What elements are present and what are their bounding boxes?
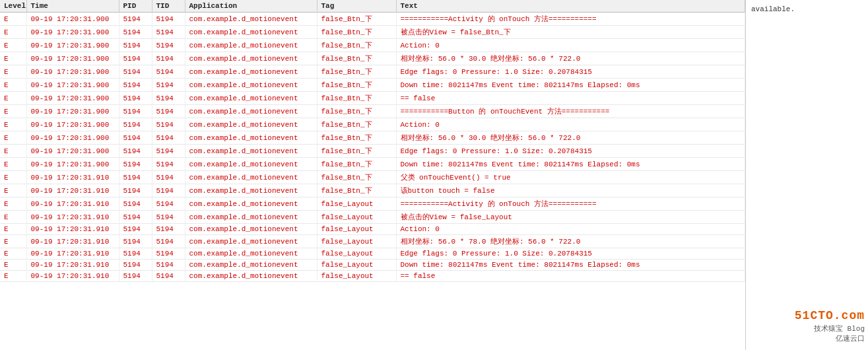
cell-text: Down time: 8021147ms Event time: 8021147…: [396, 260, 745, 271]
cell-tid: 5194: [152, 52, 185, 65]
table-row[interactable]: E09-19 17:20:31.91051945194com.example.d…: [0, 197, 745, 211]
cell-pid: 5194: [119, 118, 152, 131]
table-row[interactable]: E09-19 17:20:31.91051945194com.example.d…: [0, 184, 745, 197]
cell-time: 09-19 17:20:31.900: [26, 118, 119, 131]
cell-app: com.example.d_motionevent: [185, 52, 317, 65]
cell-app: com.example.d_motionevent: [185, 79, 317, 92]
cell-tag: false_Layout: [317, 271, 396, 282]
cell-text: Action: 0: [396, 224, 745, 235]
cell-app: com.example.d_motionevent: [185, 131, 317, 145]
table-header-row: Level Time PID TID Application Tag Text: [0, 0, 745, 13]
cell-pid: 5194: [119, 248, 152, 260]
watermark: 51CTO.com 技术猿宝 Blog 亿速云口: [795, 309, 865, 343]
table-row[interactable]: E09-19 17:20:31.90051945194com.example.d…: [0, 39, 745, 52]
cell-tag: false_Btn_下: [317, 145, 396, 158]
cell-app: com.example.d_motionevent: [185, 39, 317, 52]
cell-text: == false: [396, 271, 745, 282]
cell-level: E: [0, 211, 26, 224]
cell-tag: false_Btn_下: [317, 131, 396, 145]
table-row[interactable]: E09-19 17:20:31.91051945194com.example.d…: [0, 260, 745, 271]
table-row[interactable]: E09-19 17:20:31.90051945194com.example.d…: [0, 26, 745, 39]
cell-tag: false_Btn_下: [317, 13, 396, 26]
cell-level: E: [0, 224, 26, 235]
cell-tag: false_Btn_下: [317, 39, 396, 52]
table-row[interactable]: E09-19 17:20:31.91051945194com.example.d…: [0, 235, 745, 248]
cell-pid: 5194: [119, 171, 152, 184]
cell-tid: 5194: [152, 79, 185, 92]
cell-time: 09-19 17:20:31.900: [26, 79, 119, 92]
table-row[interactable]: E09-19 17:20:31.90051945194com.example.d…: [0, 79, 745, 92]
table-row[interactable]: E09-19 17:20:31.90051945194com.example.d…: [0, 52, 745, 65]
cell-app: com.example.d_motionevent: [185, 158, 317, 171]
cell-app: com.example.d_motionevent: [185, 13, 317, 26]
col-header-tag: Tag: [317, 0, 396, 13]
cell-app: com.example.d_motionevent: [185, 118, 317, 131]
cell-tag: false_Btn_下: [317, 92, 396, 105]
cell-time: 09-19 17:20:31.900: [26, 145, 119, 158]
cell-app: com.example.d_motionevent: [185, 105, 317, 118]
cell-time: 09-19 17:20:31.910: [26, 171, 119, 184]
table-row[interactable]: E09-19 17:20:31.91051945194com.example.d…: [0, 211, 745, 224]
table-row[interactable]: E09-19 17:20:31.90051945194com.example.d…: [0, 13, 745, 26]
cell-level: E: [0, 271, 26, 282]
cell-tid: 5194: [152, 145, 185, 158]
cell-time: 09-19 17:20:31.910: [26, 211, 119, 224]
cell-text: 相对坐标: 56.0 * 30.0 绝对坐标: 56.0 * 722.0: [396, 52, 745, 65]
cell-tid: 5194: [152, 197, 185, 211]
cell-level: E: [0, 79, 26, 92]
side-panel: available. 51CTO.com 技术猿宝 Blog 亿速云口: [746, 0, 868, 350]
cell-tag: false_Btn_下: [317, 171, 396, 184]
table-row[interactable]: E09-19 17:20:31.91051945194com.example.d…: [0, 224, 745, 235]
table-row[interactable]: E09-19 17:20:31.90051945194com.example.d…: [0, 158, 745, 171]
cell-level: E: [0, 184, 26, 197]
table-row[interactable]: E09-19 17:20:31.91051945194com.example.d…: [0, 248, 745, 260]
cell-level: E: [0, 131, 26, 145]
table-row[interactable]: E09-19 17:20:31.91051945194com.example.d…: [0, 271, 745, 282]
cell-text: == false: [396, 92, 745, 105]
cell-text: ===========Activity 的 onTouch 方法========…: [396, 13, 745, 26]
table-row[interactable]: E09-19 17:20:31.90051945194com.example.d…: [0, 118, 745, 131]
cell-pid: 5194: [119, 271, 152, 282]
cell-level: E: [0, 52, 26, 65]
cell-text: ===========Button 的 onTouchEvent 方法=====…: [396, 105, 745, 118]
col-header-level: Level: [0, 0, 26, 13]
table-row[interactable]: E09-19 17:20:31.90051945194com.example.d…: [0, 145, 745, 158]
cell-time: 09-19 17:20:31.910: [26, 271, 119, 282]
cell-pid: 5194: [119, 39, 152, 52]
cell-pid: 5194: [119, 92, 152, 105]
table-row[interactable]: E09-19 17:20:31.90051945194com.example.d…: [0, 105, 745, 118]
cell-text: Edge flags: 0 Pressure: 1.0 Size: 0.2078…: [396, 145, 745, 158]
cell-text: Edge flags: 0 Pressure: 1.0 Size: 0.2078…: [396, 65, 745, 79]
cell-time: 09-19 17:20:31.910: [26, 248, 119, 260]
cell-tid: 5194: [152, 105, 185, 118]
cell-tid: 5194: [152, 171, 185, 184]
cell-time: 09-19 17:20:31.900: [26, 65, 119, 79]
cell-app: com.example.d_motionevent: [185, 65, 317, 79]
cell-app: com.example.d_motionevent: [185, 235, 317, 248]
cell-app: com.example.d_motionevent: [185, 145, 317, 158]
cell-pid: 5194: [119, 105, 152, 118]
cell-pid: 5194: [119, 79, 152, 92]
cell-pid: 5194: [119, 52, 152, 65]
log-table-panel[interactable]: Level Time PID TID Application Tag Text …: [0, 0, 746, 350]
cell-app: com.example.d_motionevent: [185, 260, 317, 271]
cell-tid: 5194: [152, 211, 185, 224]
table-row[interactable]: E09-19 17:20:31.90051945194com.example.d…: [0, 131, 745, 145]
cell-text: 父类 onTouchEvent() = true: [396, 171, 745, 184]
cell-app: com.example.d_motionevent: [185, 224, 317, 235]
table-row[interactable]: E09-19 17:20:31.90051945194com.example.d…: [0, 92, 745, 105]
cell-level: E: [0, 105, 26, 118]
cell-tag: false_Layout: [317, 235, 396, 248]
cell-tid: 5194: [152, 271, 185, 282]
col-header-pid: PID: [119, 0, 152, 13]
cell-app: com.example.d_motionevent: [185, 271, 317, 282]
cell-pid: 5194: [119, 158, 152, 171]
cell-tag: false_Btn_下: [317, 26, 396, 39]
cell-time: 09-19 17:20:31.900: [26, 92, 119, 105]
cell-pid: 5194: [119, 197, 152, 211]
table-row[interactable]: E09-19 17:20:31.91051945194com.example.d…: [0, 171, 745, 184]
cell-level: E: [0, 145, 26, 158]
table-row[interactable]: E09-19 17:20:31.90051945194com.example.d…: [0, 65, 745, 79]
cell-level: E: [0, 171, 26, 184]
cell-tag: false_Btn_下: [317, 79, 396, 92]
